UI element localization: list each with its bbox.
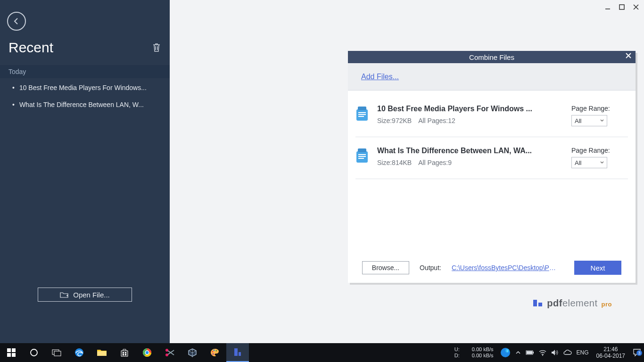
start-button[interactable] [0, 343, 23, 362]
tray-wifi-icon[interactable] [539, 349, 546, 356]
file-list: 10 Best Free Media Players For Windows .… [348, 90, 636, 253]
brand-mark-icon [533, 300, 542, 306]
select-value: All [575, 159, 581, 166]
close-button[interactable] [632, 3, 640, 11]
svg-rect-21 [123, 352, 124, 354]
file-size: Size:814KB [377, 159, 412, 166]
svg-rect-4 [358, 112, 366, 113]
svg-rect-35 [239, 352, 241, 356]
recent-item[interactable]: What Is The Difference Between LAN, W... [8, 96, 165, 113]
svg-rect-6 [358, 116, 364, 117]
svg-point-33 [213, 354, 214, 355]
dialog-titlebar: Combine Files [348, 51, 636, 63]
recent-list: 10 Best Free Media Players For Windows..… [8, 79, 165, 113]
taskbar-clock[interactable]: 21:46 06-04-2017 [596, 346, 625, 359]
trash-icon[interactable] [152, 42, 161, 53]
svg-rect-15 [12, 353, 16, 357]
pdfelement-icon [233, 347, 242, 357]
add-files-link[interactable]: Add Files... [361, 73, 399, 81]
cortana-button[interactable] [23, 343, 45, 362]
open-file-button[interactable]: Open File... [38, 288, 132, 302]
tray-overflow-button[interactable] [515, 350, 521, 355]
taskbar-app-paint[interactable] [204, 343, 226, 362]
taskbar-app-snip[interactable] [158, 343, 181, 362]
add-files-bar: Add Files... [348, 63, 636, 90]
svg-rect-40 [533, 352, 534, 354]
chevron-up-icon [515, 350, 521, 355]
svg-rect-20 [97, 351, 107, 356]
combine-files-dialog: Combine Files Add Files... 10 Best Free … [348, 51, 636, 283]
scissors-icon [165, 348, 175, 357]
chevron-down-icon [600, 161, 604, 164]
palette-icon [210, 348, 220, 357]
store-icon [120, 348, 129, 357]
recent-item-label: 10 Best Free Media Players For Windows..… [19, 84, 147, 91]
page-range-select[interactable]: All [571, 115, 607, 126]
svg-point-27 [145, 351, 149, 354]
brand-text: pdf [547, 298, 562, 308]
browse-button[interactable]: Browse... [362, 261, 409, 274]
dialog-title: Combine Files [469, 53, 514, 61]
tray-language[interactable]: ENG [577, 349, 589, 356]
net-u-label: U: [454, 346, 460, 353]
recent-item[interactable]: 10 Best Free Media Players For Windows..… [8, 79, 165, 96]
pdf-file-icon [355, 148, 370, 164]
file-size: Size:972KB [377, 117, 412, 124]
file-pages: All Pages:9 [418, 159, 452, 166]
tray-volume-icon[interactable] [551, 349, 559, 356]
svg-rect-9 [358, 154, 366, 155]
svg-point-42 [542, 355, 543, 356]
tray-battery-icon[interactable] [526, 350, 534, 355]
taskbar-app-edge[interactable] [68, 343, 91, 362]
select-value: All [575, 117, 581, 124]
circle-icon [30, 348, 38, 357]
next-button[interactable]: Next [574, 261, 621, 275]
output-label: Output: [420, 264, 441, 272]
file-title: 10 Best Free Media Players For Windows .… [377, 105, 564, 113]
svg-rect-3 [358, 107, 366, 110]
action-center-button[interactable]: 3 [633, 348, 641, 357]
svg-rect-5 [358, 114, 366, 115]
brand-logo: pdfelement pro [533, 298, 612, 309]
file-row[interactable]: What Is The Difference Between LAN, WA..… [355, 137, 628, 179]
clock-time: 21:46 [596, 346, 625, 353]
maximize-button[interactable] [618, 3, 626, 11]
taskbar-app-pdfelement[interactable] [226, 343, 249, 362]
svg-rect-24 [125, 354, 126, 355]
clock-date: 06-04-2017 [596, 353, 625, 359]
svg-rect-34 [234, 348, 238, 356]
svg-rect-23 [123, 354, 124, 355]
svg-rect-0 [619, 5, 624, 9]
net-d-label: D: [454, 353, 460, 359]
taskbar-app-store[interactable] [113, 343, 136, 362]
pdf-file-icon [355, 106, 370, 122]
taskbar-app-chrome[interactable] [136, 343, 158, 362]
net-d-value: 0.00 kB/s [472, 353, 494, 359]
page-range-select[interactable]: All [571, 157, 607, 168]
dialog-footer: Browse... Output: C:\Users\fossBytesPC\D… [348, 253, 636, 283]
svg-rect-11 [358, 158, 364, 159]
svg-point-30 [212, 351, 214, 353]
taskbar-app-explorer[interactable] [91, 343, 113, 362]
taskbar-app-virtualbox[interactable] [181, 343, 204, 362]
tray-onedrive-icon[interactable] [563, 350, 572, 355]
minimize-button[interactable] [603, 3, 612, 11]
file-row[interactable]: 10 Best Free Media Players For Windows .… [355, 95, 628, 137]
svg-point-16 [31, 349, 37, 356]
tray-app-icon[interactable]: i [500, 347, 511, 358]
dialog-close-button[interactable] [625, 52, 632, 59]
task-view-icon [52, 349, 61, 356]
output-path-link[interactable]: C:\Users\fossBytesPC\Desktop\PDFele... [452, 264, 560, 272]
back-button[interactable] [7, 12, 26, 31]
svg-rect-14 [7, 353, 11, 357]
svg-rect-10 [358, 156, 366, 157]
file-title: What Is The Difference Between LAN, WA..… [377, 147, 564, 155]
task-view-button[interactable] [45, 343, 68, 362]
recent-sidebar: Recent Today 10 Best Free Media Players … [0, 0, 170, 343]
notification-badge: 3 [636, 350, 642, 356]
brand-suffix: pro [602, 301, 612, 308]
chrome-icon [142, 348, 152, 357]
app-window: Recent Today 10 Best Free Media Players … [0, 0, 644, 343]
svg-rect-18 [54, 351, 61, 356]
svg-rect-41 [527, 351, 532, 354]
